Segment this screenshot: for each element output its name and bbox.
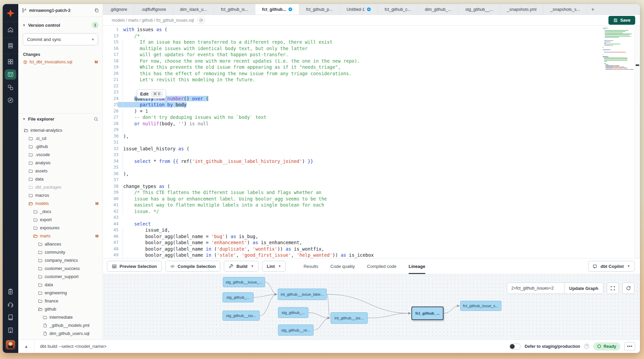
lineage-node-fct_github_[interactable]: fct_github_... [411,307,444,320]
dashboard-icon[interactable] [5,57,16,67]
lineage-node-stg_github__iss[interactable]: stg_github__iss... [222,311,260,321]
preview-selection-button[interactable]: Preview Selection [107,261,162,272]
code-line-46[interactable]: 46 boolor_agg(label_name = 'bug') as is_… [103,233,602,240]
version-control-header[interactable]: ▼ Version control 1 [18,17,103,31]
code-line-37[interactable]: 37 [103,177,602,183]
pane-tab-results[interactable]: Results [303,258,318,274]
tree-item-_github__models.yml[interactable]: _github__models.yml [18,321,103,330]
tab-sqlfluffignore[interactable]: .sqlfluffignore [134,4,173,15]
code-line-43[interactable]: 43 [103,214,602,221]
code-line-48[interactable]: 48 boolor_agg(label_name in ('duplicate'… [103,246,602,252]
commit-and-sync-button[interactable]: Commit and sync ▾ [23,33,98,45]
code-line-29[interactable]: 29 [103,127,602,133]
scrollbar-thumb[interactable] [636,64,639,66]
refresh-button[interactable] [622,282,635,294]
home-icon[interactable] [5,25,16,35]
code-line-19[interactable]: 19 While this prevents the old issue fro… [103,64,602,70]
tree-item-data[interactable]: data [18,175,103,183]
tree-item-community[interactable]: community [18,248,103,256]
lineage-node-stg_github__issue_[interactable]: stg_github__issue_... [223,277,265,287]
help-icon[interactable]: ? [584,344,589,349]
code-line-22[interactable]: 22 [103,83,602,89]
code-line-20[interactable]: 20 this has the effect of removing the n… [103,70,602,77]
directory-icon[interactable] [5,325,16,335]
tab-_snapshots_s[interactable]: _snapshots_s... [543,4,587,15]
tree-item-github[interactable]: github [18,305,103,313]
tree-item-export[interactable]: export [18,216,103,224]
pane-tab-compiled-code[interactable]: Compiled code [367,258,396,274]
orchestrate-icon[interactable] [5,82,16,92]
tab-stg_github__[interactable]: stg_github__... [458,4,500,15]
lineage-node-stg_github_[interactable]: stg_github_... [278,307,308,318]
code-line-30[interactable]: 30), [103,133,602,140]
code-line-41[interactable]: 41 easiest way to flatten multiple label… [103,202,602,208]
tree-item-customer_support[interactable]: customer_support [18,273,103,281]
lineage-node-stg_github__re[interactable]: stg_github__re... [278,324,314,336]
code-line-40[interactable]: 40 issue has a bug or enhancement label.… [103,196,602,202]
defer-toggle[interactable] [509,343,521,350]
tree-item-analysis[interactable]: analysis [18,159,103,167]
new-tab-button[interactable]: + [587,4,599,15]
fullscreen-button[interactable] [607,282,619,294]
tab-dim_slack_u[interactable]: dim_slack_u... [173,4,214,15]
more-options-button[interactable]: ••• [624,342,635,351]
code-line-15[interactable]: 15 If an issue has been transferred to a… [103,39,602,45]
support-icon[interactable] [5,299,16,310]
tree-item-macros[interactable]: macros [18,191,103,199]
tree-item-assets[interactable]: assets [18,167,103,175]
tree-item-dbt_packages[interactable]: dbt_packages [18,183,103,191]
tree-item-internal-analytics[interactable]: internal-analytics [18,126,103,134]
deploy-icon[interactable] [5,41,16,51]
docs-icon[interactable] [5,312,16,322]
dbt-logo-icon[interactable] [5,7,16,19]
code-line-32[interactable]: 32issue_label_history as ( [103,146,602,152]
code-line-16[interactable]: 16 multiple issues with identical body t… [103,45,602,52]
code-line-13[interactable]: 13 /* [103,33,602,39]
lineage-node-int_github__iss[interactable]: int_github__iss... [330,312,368,324]
tree-item-.ci_cd[interactable]: .ci_cd [18,134,103,143]
open-lineage-icon[interactable] [197,17,205,24]
tree-item-.vscode[interactable]: .vscode [18,151,103,159]
lineage-node-stg_github_[interactable]: stg_github_... [222,292,254,302]
pane-tab-lineage[interactable]: Lineage [409,258,425,274]
pane-tab-code-quality[interactable]: Code quality [330,258,355,274]
vertical-scrollbar[interactable] [635,26,640,258]
develop-icon[interactable] [5,69,16,80]
code-line-17[interactable]: 17 will get updates for events that happ… [103,51,602,58]
tab-_snapshotsyml[interactable]: _snapshots.yml [500,4,543,15]
code-line-39[interactable]: 39 /* This CTE flattens the different is… [103,189,602,196]
code-line-36[interactable]: 36), [103,171,602,177]
compile-selection-button[interactable]: Compile Selection [165,261,221,272]
tab-fct_github_p[interactable]: fct_github_p... [299,4,340,15]
tree-item-marts[interactable]: martsM [18,232,103,240]
code-line-1[interactable]: 1with issues as ( [103,26,602,33]
dbt-copilot-button[interactable]: dbt Copilot ▼ [588,261,635,272]
code-line-34[interactable]: 34 select * from {{ ref('int_github__iss… [103,158,602,165]
code-line-33[interactable]: 33 [103,152,602,158]
save-button[interactable]: Save [608,16,635,25]
code-line-28[interactable]: 28 or nullif(body, '') is null [103,121,602,127]
code-line-18[interactable]: 18 For now, choose the one with more rec… [103,58,602,64]
code-line-24[interactable]: 24 qualify row_number() over ( [103,96,602,102]
minimap[interactable] [602,26,635,258]
code-line-21[interactable]: 21 Let's revisit this modeling in the fu… [103,77,602,83]
code-line-45[interactable]: 45 issue_id, [103,227,602,233]
user-avatar[interactable] [6,340,15,350]
lineage-selector-input[interactable] [507,283,564,294]
code-line-23[interactable]: 23 [103,89,602,96]
tree-item-exposures[interactable]: exposures [18,224,103,232]
tab-fct_github_c[interactable]: fct_github_c... [378,4,418,15]
tree-item-finance[interactable]: finance [18,297,103,305]
code-line-44[interactable]: 44 select [103,221,602,227]
copy-branch-icon[interactable] [94,8,99,13]
explore-icon[interactable] [5,95,16,105]
file-explorer-header[interactable]: ▼ File explorer [18,113,103,124]
lineage-node-fct_github_issue_s[interactable]: fct_github_issue_s... [460,301,501,311]
tree-item-engineering[interactable]: engineering [18,289,103,297]
tree-item-models[interactable]: modelsM [18,199,103,208]
command-input[interactable]: dbt build --select <model_name> [35,344,509,349]
search-icon[interactable] [93,117,99,122]
tree-item-alliances[interactable]: alliances [18,240,103,248]
code-line-35[interactable]: 35 [103,164,602,171]
tree-item-_docs[interactable]: _docs [18,208,103,216]
